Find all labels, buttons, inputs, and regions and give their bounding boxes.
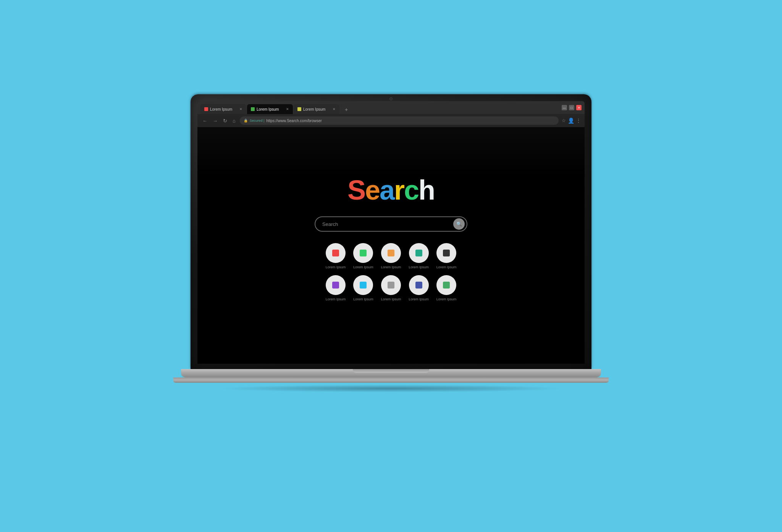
quick-item-9[interactable]: Lorem Ipsum [409, 275, 429, 301]
quick-item-10[interactable]: Lorem Ipsum [436, 275, 457, 301]
laptop-base [181, 369, 601, 377]
quick-label-3: Lorem Ipsum [381, 265, 401, 269]
profile-icon[interactable]: 👤 [568, 118, 574, 124]
quick-icon-inner-7 [360, 282, 367, 289]
browser-tab-3[interactable]: Lorem Ipsum ✕ [294, 104, 339, 114]
quick-item-5[interactable]: Lorem Ipsum [436, 243, 457, 269]
back-button[interactable]: ← [201, 117, 208, 124]
quick-item-4[interactable]: Lorem Ipsum [409, 243, 429, 269]
quick-icon-6 [326, 275, 346, 295]
quick-item-1[interactable]: Lorem Ipsum [326, 243, 346, 269]
quick-label-1: Lorem Ipsum [326, 265, 346, 269]
quick-icon-inner-6 [332, 282, 339, 289]
quick-icon-inner-2 [360, 250, 367, 256]
quick-item-6[interactable]: Lorem Ipsum [326, 275, 346, 301]
search-icon: 🔍 [456, 221, 462, 227]
quick-icon-8 [381, 275, 401, 295]
logo-letter-h: h [418, 175, 435, 205]
tab2-favicon [251, 107, 255, 111]
quick-label-7: Lorem Ipsum [353, 297, 373, 301]
laptop-base-bottom [173, 377, 609, 383]
quick-icon-5 [436, 243, 456, 263]
quick-icon-inner-5 [443, 250, 450, 256]
quick-label-8: Lorem Ipsum [381, 297, 401, 301]
logo-letter-e: e [365, 175, 380, 205]
tab1-favicon [204, 107, 208, 111]
laptop-screen: Lorem Ipsum ✕ Lorem Ipsum ✕ Lorem Ipsum … [191, 94, 591, 369]
tab3-favicon [297, 107, 301, 111]
quick-label-6: Lorem Ipsum [326, 297, 346, 301]
webcam [389, 97, 393, 100]
quick-icon-3 [381, 243, 401, 263]
quick-label-2: Lorem Ipsum [353, 265, 373, 269]
browser-tabs: Lorem Ipsum ✕ Lorem Ipsum ✕ Lorem Ipsum … [200, 101, 559, 114]
search-placeholder: Search [322, 221, 338, 227]
logo-letter-a: a [380, 175, 394, 205]
laptop-mockup: Lorem Ipsum ✕ Lorem Ipsum ✕ Lorem Ipsum … [181, 94, 601, 438]
browser-titlebar: Lorem Ipsum ✕ Lorem Ipsum ✕ Lorem Ipsum … [197, 101, 585, 114]
search-button[interactable]: 🔍 [453, 218, 465, 230]
quick-access-grid: Lorem Ipsum Lorem Ipsum Lo [326, 243, 457, 301]
quick-icon-inner-8 [388, 282, 394, 289]
browser-window: Lorem Ipsum ✕ Lorem Ipsum ✕ Lorem Ipsum … [197, 101, 585, 364]
laptop-shadow [219, 385, 563, 392]
tab1-close[interactable]: ✕ [239, 107, 242, 111]
forward-button[interactable]: → [212, 117, 219, 124]
quick-icon-7 [353, 275, 373, 295]
quick-access-row-1: Lorem Ipsum Lorem Ipsum Lo [326, 243, 457, 269]
quick-icon-2 [353, 243, 373, 263]
quick-icon-10 [436, 275, 456, 295]
menu-icon[interactable]: ⋮ [576, 118, 581, 123]
logo-letter-c: c [404, 175, 418, 205]
minimize-button[interactable]: — [562, 105, 567, 110]
quick-icon-inner-3 [388, 250, 394, 256]
bookmark-icon[interactable]: ☆ [562, 118, 566, 123]
quick-icon-1 [326, 243, 346, 263]
search-logo: Search [347, 174, 435, 206]
browser-addressbar: ← → ↻ ⌂ 🔒 Secured | https://www.Search.c… [197, 114, 585, 127]
quick-item-3[interactable]: Lorem Ipsum [381, 243, 401, 269]
tab3-label: Lorem Ipsum [303, 107, 325, 111]
quick-label-9: Lorem Ipsum [409, 297, 429, 301]
logo-letter-r: r [394, 175, 404, 205]
tab1-label: Lorem Ipsum [210, 107, 232, 111]
quick-icon-inner-9 [415, 282, 422, 289]
browser-tab-2[interactable]: Lorem Ipsum ✕ [247, 104, 293, 114]
home-button[interactable]: ⌂ [231, 117, 237, 124]
address-bar[interactable]: 🔒 Secured | https://www.Search.com/brows… [240, 116, 559, 125]
quick-item-8[interactable]: Lorem Ipsum [381, 275, 401, 301]
quick-item-2[interactable]: Lorem Ipsum [353, 243, 373, 269]
tab2-label: Lorem Ipsum [257, 107, 279, 111]
quick-icon-4 [409, 243, 429, 263]
tab2-close[interactable]: ✕ [286, 107, 289, 111]
maximize-button[interactable]: □ [569, 105, 574, 110]
window-controls: — □ ✕ [562, 105, 582, 110]
lock-icon: 🔒 [244, 119, 248, 123]
quick-item-7[interactable]: Lorem Ipsum [353, 275, 373, 301]
search-input-wrapper[interactable]: Search 🔍 [315, 216, 467, 232]
refresh-button[interactable]: ↻ [222, 117, 228, 124]
tab3-close[interactable]: ✕ [333, 107, 336, 111]
quick-label-10: Lorem Ipsum [436, 297, 457, 301]
quick-label-4: Lorem Ipsum [409, 265, 429, 269]
secured-label: Secured | [250, 119, 264, 123]
address-right-controls: ☆ 👤 ⋮ [562, 118, 581, 124]
quick-access-row-2: Lorem Ipsum Lorem Ipsum Lo [326, 275, 457, 301]
browser-content: Search Search 🔍 [197, 127, 585, 364]
close-button[interactable]: ✕ [576, 105, 582, 110]
add-tab-button[interactable]: + [342, 105, 351, 114]
browser-tab-1[interactable]: Lorem Ipsum ✕ [200, 104, 246, 114]
quick-icon-9 [409, 275, 429, 295]
url-text: https://www.Search.com/browser [266, 119, 322, 123]
quick-label-5: Lorem Ipsum [436, 265, 457, 269]
logo-letter-s: S [347, 175, 365, 205]
quick-icon-inner-1 [332, 250, 339, 256]
quick-icon-inner-10 [443, 282, 450, 289]
search-bar-container[interactable]: Search 🔍 [315, 216, 467, 232]
quick-icon-inner-4 [415, 250, 422, 256]
